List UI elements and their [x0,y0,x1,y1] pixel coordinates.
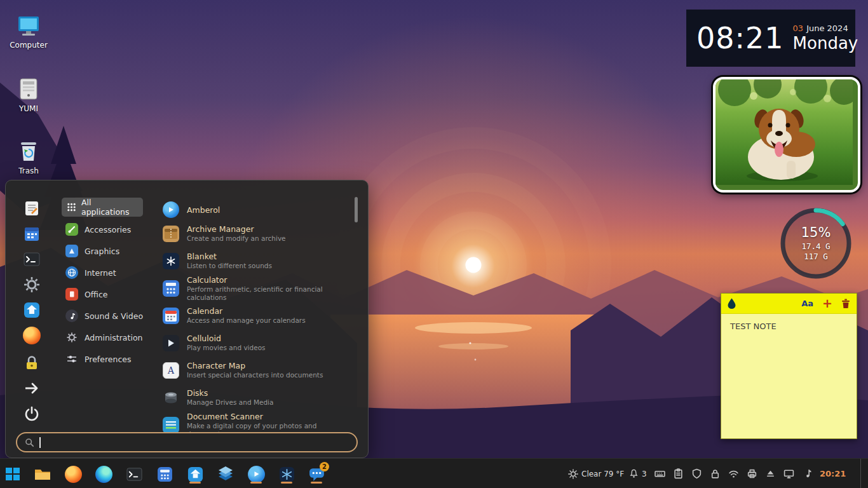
gear-icon [23,276,41,294]
celluloid-icon [248,466,265,483]
add-note-button[interactable]: + [822,297,832,309]
lock-screen-button[interactable] [21,352,43,374]
category-label: Preferences [85,355,132,364]
desktop-icon-yumi[interactable]: YUMI [4,76,53,113]
clipboard-tray-icon[interactable] [673,468,684,479]
app-name: Calendar [187,306,306,316]
weather-text: Clear 79 °F [581,470,624,478]
logout-button[interactable] [21,377,43,399]
lock-icon [24,355,40,371]
blanket-icon [278,466,295,483]
archive-manager-icon [163,226,179,242]
calculator-icon [163,280,179,297]
desktop-icon-label: YUMI [19,104,38,113]
app-name: Amberol [187,205,220,215]
calendar-icon [23,225,41,243]
folder-icon [34,465,51,483]
shield-tray-icon[interactable] [691,468,702,479]
search-input[interactable] [46,437,349,448]
menu-search-box[interactable] [16,432,358,452]
app-name: Disks [187,388,273,398]
taskbar-calculator[interactable] [154,464,175,484]
taskbar-celluloid[interactable] [246,464,266,484]
shutdown-button[interactable] [21,403,43,424]
app-item-calculator[interactable]: Calculator Perform arithmetic, scientifi… [163,276,351,301]
category-graphics[interactable]: Graphics [65,242,162,260]
desktop-icon-trash[interactable]: Trash [4,139,53,175]
menu-scrollbar[interactable] [355,197,358,222]
photo-frame-widget[interactable] [713,77,860,193]
globe-icon [65,266,78,279]
logout-arrow-icon [24,380,40,396]
edge-browser-icon [95,466,112,483]
category-label: Administration [85,333,142,342]
printer-tray-icon[interactable] [747,468,757,479]
favorite-terminal[interactable] [21,248,43,270]
category-administration[interactable]: Administration [65,329,162,346]
sticky-note-text[interactable]: TEST NOTE [721,314,857,339]
taskbar-terminal[interactable] [124,464,144,484]
keyboard-tray-icon[interactable] [654,468,665,479]
app-item-amberol[interactable]: Amberol [163,200,351,220]
celluloid-icon [163,335,179,351]
category-label: Accessories [85,225,131,234]
app-item-blanket[interactable]: Blanket Listen to different sounds [163,248,351,274]
eject-tray-icon[interactable] [765,468,776,479]
category-preferences[interactable]: Preferences [65,350,162,368]
category-internet[interactable]: Internet [65,264,162,281]
trash-icon [16,139,41,164]
app-name: Blanket [187,252,272,261]
app-desc: Create and modify an archive [187,234,286,243]
app-item-calendar[interactable]: Calendar Access and manage your calendar… [163,303,351,329]
font-size-button[interactable]: Aa [801,299,813,308]
notifications-applet[interactable]: 3 [629,459,647,488]
disk-used: 17.4 G [801,241,830,252]
display-tray-icon[interactable] [783,468,794,479]
delete-note-icon[interactable] [841,299,850,309]
category-label: Office [85,290,108,299]
taskbar-software-manager[interactable] [185,464,205,484]
favorite-firefox[interactable] [21,325,43,346]
favorite-text-editor[interactable] [21,198,43,219]
app-item-disks[interactable]: Disks Manage Drives and Media [163,385,351,410]
category-office[interactable]: Office [65,285,162,303]
power-icon [24,405,40,422]
category-accessories[interactable]: Accessories [65,220,162,238]
app-desc: Listen to different sounds [187,262,272,270]
disk-usage-widget[interactable]: 15% 17.4 G 117 G [778,205,854,281]
disks-icon [163,390,179,406]
taskbar-clock[interactable]: 20:21 [820,459,846,488]
clock-weekday: Monday [793,34,858,53]
app-item-archive-manager[interactable]: Archive Manager Create and modify an arc… [163,221,351,247]
running-indicator [250,482,262,484]
taskbar-blanket[interactable] [276,464,297,484]
text-editor-icon [23,200,41,217]
music-tray-icon[interactable] [802,468,813,479]
taskbar-edge-browser[interactable] [93,464,114,484]
disk-total: 117 G [804,252,828,262]
sticky-note-widget[interactable]: Aa + TEST NOTE [721,293,857,439]
taskbar-file-manager[interactable] [32,464,53,484]
category-all-applications[interactable]: All applications [62,198,143,217]
color-droplet-icon[interactable] [728,298,736,309]
start-button[interactable] [0,459,25,488]
app-item-celluloid[interactable]: Celluloid Play movies and videos [163,330,351,356]
favorite-calendar[interactable] [21,223,43,245]
lock-tray-icon[interactable] [710,468,721,479]
sticky-note-header: Aa + [721,294,857,314]
taskbar-warpinator[interactable] [215,464,236,484]
weather-applet[interactable]: Clear 79 °F [568,459,624,488]
dog-photo [715,79,853,185]
app-item-character-map[interactable]: A Character Map Insert special character… [163,358,351,383]
firefox-icon [23,327,41,344]
category-sound-video[interactable]: Sound & Video [65,307,162,325]
desktop-icon-computer[interactable]: Computer [4,13,53,50]
network-tray-icon[interactable] [728,468,739,479]
show-desktop-button[interactable] [860,459,868,488]
taskbar-firefox[interactable] [63,464,83,484]
taskbar-chat[interactable]: 2 [306,464,327,484]
favorite-software-manager[interactable] [21,299,43,321]
clock-widget[interactable]: 08:21 03June 2024 Monday [686,10,855,67]
favorite-settings[interactable] [21,274,43,295]
app-desc: Insert special characters into documents [187,371,323,379]
